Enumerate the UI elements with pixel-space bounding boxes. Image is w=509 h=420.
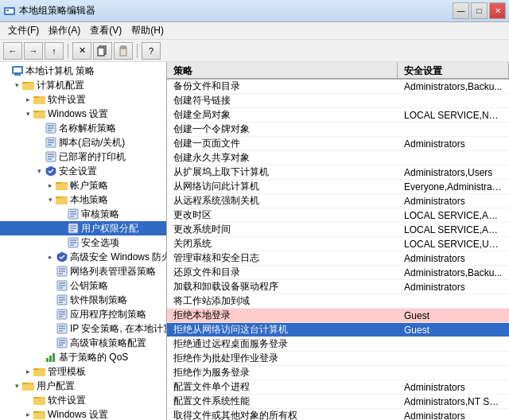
tree-item-applocker[interactable]: 应用程序控制策略 bbox=[0, 307, 166, 321]
maximize-button[interactable]: □ bbox=[471, 2, 488, 19]
tree-item-secopt[interactable]: 安全选项 bbox=[0, 235, 166, 250]
tree-item-auditpol[interactable]: 审核策略 bbox=[0, 207, 166, 221]
tree-expander[interactable] bbox=[22, 395, 33, 406]
tree-item-qos[interactable]: 基于策略的 QoS bbox=[0, 350, 166, 364]
security-cell: Administrators bbox=[398, 282, 509, 293]
menu-help[interactable]: 帮助(H) bbox=[126, 22, 169, 39]
tree-expander[interactable]: ▾ bbox=[22, 108, 33, 119]
tree-item-security[interactable]: ▾安全设置 bbox=[0, 164, 166, 178]
table-row[interactable]: 更改系统时间LOCAL SERVICE,Admi... bbox=[167, 223, 509, 237]
tree-label: Windows 设置 bbox=[48, 408, 108, 421]
close-button[interactable]: ✕ bbox=[489, 2, 506, 19]
tree-expander[interactable]: ▸ bbox=[45, 251, 56, 262]
delete-button[interactable]: ✕ bbox=[72, 42, 91, 60]
tree-expander[interactable]: ▸ bbox=[45, 180, 56, 191]
tree-item-userconfig[interactable]: ▾用户配置 bbox=[0, 379, 166, 393]
menu-file[interactable]: 文件(F) bbox=[3, 22, 44, 39]
back-button[interactable]: ← bbox=[3, 42, 22, 60]
tree-expander[interactable]: ▾ bbox=[33, 165, 45, 177]
tree-expander[interactable] bbox=[33, 122, 45, 134]
tree-expander[interactable]: ▸ bbox=[22, 94, 33, 105]
tree-expander[interactable] bbox=[56, 223, 67, 234]
tree-item-admintpl[interactable]: ▸管理模板 bbox=[0, 364, 166, 379]
policy-cell: 创建全局对象 bbox=[167, 108, 398, 122]
table-row[interactable]: 备份文件和目录Administrators,Backu... bbox=[167, 80, 509, 94]
tree-expander[interactable] bbox=[45, 280, 56, 291]
tree-expander[interactable]: ▾ bbox=[45, 194, 56, 205]
copy-button[interactable] bbox=[93, 42, 112, 60]
table-row[interactable]: 创建符号链接 bbox=[167, 94, 509, 108]
table-row[interactable]: 拒绝从网络访问这台计算机Guest bbox=[167, 323, 509, 337]
tree-item-usersoftware[interactable]: 软件设置 bbox=[0, 393, 166, 407]
tree-item-softrestr[interactable]: 软件限制策略 bbox=[0, 293, 166, 307]
tree-item-ipsec[interactable]: IP 安全策略, 在本地计算机 bbox=[0, 321, 166, 336]
table-row[interactable]: 取得文件或其他对象的所有权Administrators bbox=[167, 409, 509, 420]
table-row[interactable]: 还原文件和目录Administrators,Backu... bbox=[167, 266, 509, 280]
tree-item-root[interactable]: 本地计算机 策略 bbox=[0, 64, 166, 78]
tree-item-winfw[interactable]: ▸高级安全 Windows 防火墙 bbox=[0, 250, 166, 264]
tree-item-userwindows[interactable]: ▸Windows 设置 bbox=[0, 407, 166, 420]
table-row[interactable]: 创建全局对象LOCAL SERVICE,NET... bbox=[167, 108, 509, 122]
table-row[interactable]: 将工作站添加到域 bbox=[167, 294, 509, 309]
table-row[interactable]: 拒绝作为服务登录 bbox=[167, 366, 509, 380]
table-row[interactable]: 创建一页面文件Administrators bbox=[167, 137, 509, 151]
security-column-header[interactable]: 安全设置 bbox=[398, 62, 509, 78]
menu-view[interactable]: 查看(V) bbox=[85, 22, 126, 39]
tree-item-computer[interactable]: ▾计算机配置 bbox=[0, 78, 166, 92]
tree-item-pubkey[interactable]: 公钥策略 bbox=[0, 278, 166, 293]
tree-expander[interactable] bbox=[45, 266, 56, 277]
table-row[interactable]: 关闭系统LOCAL SERVICE,Users,... bbox=[167, 237, 509, 251]
up-button[interactable]: ↑ bbox=[45, 42, 64, 60]
tree-item-windows[interactable]: ▾Windows 设置 bbox=[0, 107, 166, 121]
tree-expander[interactable]: ▾ bbox=[11, 80, 22, 91]
tree-item-nameres[interactable]: 名称解析策略 bbox=[0, 121, 166, 135]
paste-button[interactable] bbox=[114, 42, 133, 60]
tree-expander[interactable]: ▸ bbox=[22, 366, 33, 377]
tree-item-printers[interactable]: 已部署的打印机 bbox=[0, 150, 166, 164]
policy-icon bbox=[45, 150, 57, 163]
minimize-button[interactable]: — bbox=[453, 2, 469, 19]
tree-expander[interactable] bbox=[0, 65, 11, 76]
tree-expander[interactable] bbox=[33, 151, 45, 162]
tree-expander[interactable] bbox=[56, 237, 67, 248]
tree-expander[interactable] bbox=[33, 137, 45, 148]
tree-item-software[interactable]: ▸软件设置 bbox=[0, 92, 166, 107]
table-row[interactable]: 配置文件系统性能Administrators,NT SE... bbox=[167, 395, 509, 409]
help-button[interactable]: ? bbox=[142, 42, 161, 60]
menu-action[interactable]: 操作(A) bbox=[44, 22, 85, 39]
table-row[interactable]: 拒绝本地登录Guest bbox=[167, 309, 509, 323]
tree-expander[interactable] bbox=[45, 309, 56, 320]
table-row[interactable]: 拒绝通过远程桌面服务登录 bbox=[167, 337, 509, 352]
table-row[interactable]: 配置文件单个进程Administrators bbox=[167, 380, 509, 395]
tree-item-scripts[interactable]: 脚本(启动/关机) bbox=[0, 135, 166, 150]
table-row[interactable]: 加载和卸载设备驱动程序Administrators bbox=[167, 280, 509, 294]
policy-cell: 从网络访问此计算机 bbox=[167, 180, 398, 193]
table-row[interactable]: 从扩展坞上取下计算机Administrators,Users bbox=[167, 165, 509, 180]
tree-expander[interactable] bbox=[45, 323, 56, 334]
tree-expander[interactable] bbox=[56, 208, 67, 220]
tree-item-netlist[interactable]: 网络列表管理器策略 bbox=[0, 264, 166, 278]
window-controls[interactable]: — □ ✕ bbox=[453, 2, 506, 19]
tree-expander[interactable]: ▸ bbox=[22, 409, 33, 420]
table-row[interactable]: 创建一个令牌对象 bbox=[167, 122, 509, 137]
svg-rect-87 bbox=[33, 413, 45, 419]
table-row[interactable]: 更改时区LOCAL SERVICE,Admi... bbox=[167, 208, 509, 223]
tree-expander[interactable] bbox=[45, 294, 56, 305]
tree-item-localpol[interactable]: ▾本地策略 bbox=[0, 192, 166, 207]
tree-expander[interactable] bbox=[33, 352, 45, 363]
tree-item-userrights[interactable]: 用户权限分配 bbox=[0, 221, 166, 235]
table-row[interactable]: 管理审核和安全日志Administrators bbox=[167, 251, 509, 266]
tree-item-accountpol[interactable]: ▸帐户策略 bbox=[0, 178, 166, 192]
tree-expander[interactable]: ▾ bbox=[11, 380, 22, 391]
table-row[interactable]: 拒绝作为批处理作业登录 bbox=[167, 352, 509, 366]
table-row[interactable]: 创建永久共享对象 bbox=[167, 151, 509, 165]
table-row[interactable]: 从网络访问此计算机Everyone,Administrat... bbox=[167, 180, 509, 194]
policy-column-header[interactable]: 策略 bbox=[167, 62, 398, 78]
tree-item-advaudit[interactable]: 高级审核策略配置 bbox=[0, 336, 166, 350]
svg-rect-36 bbox=[56, 198, 68, 204]
forward-button[interactable]: → bbox=[24, 42, 43, 60]
table-row[interactable]: 从远程系统强制关机Administrators bbox=[167, 194, 509, 208]
svg-rect-33 bbox=[56, 184, 68, 190]
tree-expander[interactable] bbox=[45, 337, 56, 348]
tree-label: Windows 设置 bbox=[48, 107, 108, 121]
